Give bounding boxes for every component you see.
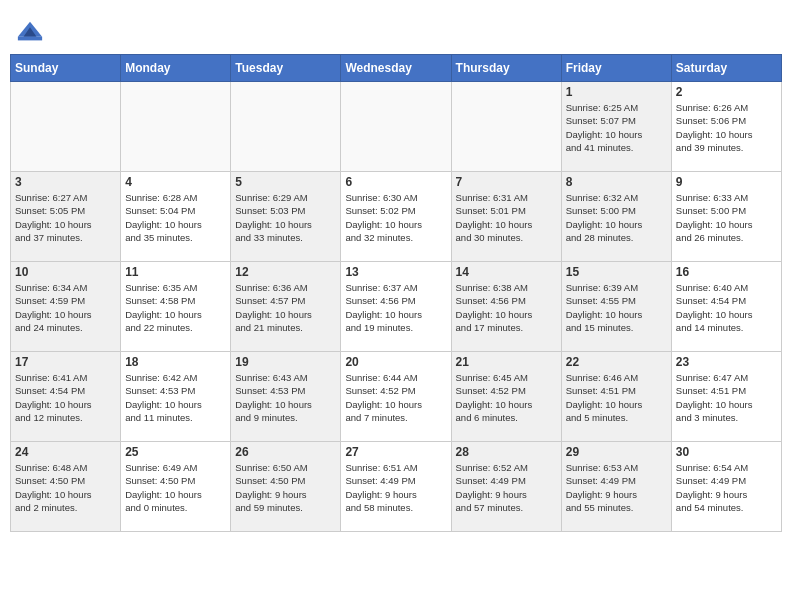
calendar-cell: 27Sunrise: 6:51 AM Sunset: 4:49 PM Dayli… — [341, 442, 451, 532]
day-number: 9 — [676, 175, 777, 189]
day-info: Sunrise: 6:39 AM Sunset: 4:55 PM Dayligh… — [566, 281, 667, 334]
day-number: 13 — [345, 265, 446, 279]
calendar-cell: 12Sunrise: 6:36 AM Sunset: 4:57 PM Dayli… — [231, 262, 341, 352]
day-info: Sunrise: 6:52 AM Sunset: 4:49 PM Dayligh… — [456, 461, 557, 514]
day-number: 18 — [125, 355, 226, 369]
calendar-cell: 25Sunrise: 6:49 AM Sunset: 4:50 PM Dayli… — [121, 442, 231, 532]
day-number: 26 — [235, 445, 336, 459]
calendar-cell — [231, 82, 341, 172]
day-info: Sunrise: 6:27 AM Sunset: 5:05 PM Dayligh… — [15, 191, 116, 244]
day-number: 15 — [566, 265, 667, 279]
day-number: 27 — [345, 445, 446, 459]
header-saturday: Saturday — [671, 55, 781, 82]
day-number: 7 — [456, 175, 557, 189]
calendar-cell: 17Sunrise: 6:41 AM Sunset: 4:54 PM Dayli… — [11, 352, 121, 442]
day-number: 14 — [456, 265, 557, 279]
calendar-cell: 29Sunrise: 6:53 AM Sunset: 4:49 PM Dayli… — [561, 442, 671, 532]
day-number: 19 — [235, 355, 336, 369]
calendar-cell: 22Sunrise: 6:46 AM Sunset: 4:51 PM Dayli… — [561, 352, 671, 442]
day-number: 23 — [676, 355, 777, 369]
day-info: Sunrise: 6:51 AM Sunset: 4:49 PM Dayligh… — [345, 461, 446, 514]
header-friday: Friday — [561, 55, 671, 82]
svg-rect-2 — [18, 37, 42, 41]
day-number: 10 — [15, 265, 116, 279]
calendar-cell: 10Sunrise: 6:34 AM Sunset: 4:59 PM Dayli… — [11, 262, 121, 352]
calendar-cell — [121, 82, 231, 172]
calendar-cell: 6Sunrise: 6:30 AM Sunset: 5:02 PM Daylig… — [341, 172, 451, 262]
day-info: Sunrise: 6:28 AM Sunset: 5:04 PM Dayligh… — [125, 191, 226, 244]
day-number: 28 — [456, 445, 557, 459]
day-number: 16 — [676, 265, 777, 279]
day-info: Sunrise: 6:30 AM Sunset: 5:02 PM Dayligh… — [345, 191, 446, 244]
calendar-cell: 11Sunrise: 6:35 AM Sunset: 4:58 PM Dayli… — [121, 262, 231, 352]
day-info: Sunrise: 6:31 AM Sunset: 5:01 PM Dayligh… — [456, 191, 557, 244]
calendar-cell: 26Sunrise: 6:50 AM Sunset: 4:50 PM Dayli… — [231, 442, 341, 532]
day-info: Sunrise: 6:41 AM Sunset: 4:54 PM Dayligh… — [15, 371, 116, 424]
day-info: Sunrise: 6:50 AM Sunset: 4:50 PM Dayligh… — [235, 461, 336, 514]
day-info: Sunrise: 6:26 AM Sunset: 5:06 PM Dayligh… — [676, 101, 777, 154]
calendar-cell: 4Sunrise: 6:28 AM Sunset: 5:04 PM Daylig… — [121, 172, 231, 262]
day-info: Sunrise: 6:40 AM Sunset: 4:54 PM Dayligh… — [676, 281, 777, 334]
calendar-cell: 8Sunrise: 6:32 AM Sunset: 5:00 PM Daylig… — [561, 172, 671, 262]
week-row-5: 24Sunrise: 6:48 AM Sunset: 4:50 PM Dayli… — [11, 442, 782, 532]
day-info: Sunrise: 6:48 AM Sunset: 4:50 PM Dayligh… — [15, 461, 116, 514]
day-number: 25 — [125, 445, 226, 459]
day-number: 11 — [125, 265, 226, 279]
calendar-cell: 18Sunrise: 6:42 AM Sunset: 4:53 PM Dayli… — [121, 352, 231, 442]
day-info: Sunrise: 6:32 AM Sunset: 5:00 PM Dayligh… — [566, 191, 667, 244]
calendar-cell — [341, 82, 451, 172]
day-info: Sunrise: 6:46 AM Sunset: 4:51 PM Dayligh… — [566, 371, 667, 424]
week-row-2: 3Sunrise: 6:27 AM Sunset: 5:05 PM Daylig… — [11, 172, 782, 262]
day-number: 4 — [125, 175, 226, 189]
day-number: 1 — [566, 85, 667, 99]
header-thursday: Thursday — [451, 55, 561, 82]
header-monday: Monday — [121, 55, 231, 82]
day-number: 2 — [676, 85, 777, 99]
day-number: 6 — [345, 175, 446, 189]
header-sunday: Sunday — [11, 55, 121, 82]
day-info: Sunrise: 6:45 AM Sunset: 4:52 PM Dayligh… — [456, 371, 557, 424]
day-info: Sunrise: 6:44 AM Sunset: 4:52 PM Dayligh… — [345, 371, 446, 424]
page-header — [10, 10, 782, 50]
day-info: Sunrise: 6:42 AM Sunset: 4:53 PM Dayligh… — [125, 371, 226, 424]
day-number: 24 — [15, 445, 116, 459]
calendar-table: SundayMondayTuesdayWednesdayThursdayFrid… — [10, 54, 782, 532]
week-row-1: 1Sunrise: 6:25 AM Sunset: 5:07 PM Daylig… — [11, 82, 782, 172]
calendar-cell: 19Sunrise: 6:43 AM Sunset: 4:53 PM Dayli… — [231, 352, 341, 442]
calendar-cell: 21Sunrise: 6:45 AM Sunset: 4:52 PM Dayli… — [451, 352, 561, 442]
day-number: 30 — [676, 445, 777, 459]
calendar-cell: 30Sunrise: 6:54 AM Sunset: 4:49 PM Dayli… — [671, 442, 781, 532]
calendar-cell: 16Sunrise: 6:40 AM Sunset: 4:54 PM Dayli… — [671, 262, 781, 352]
day-info: Sunrise: 6:25 AM Sunset: 5:07 PM Dayligh… — [566, 101, 667, 154]
header-row: SundayMondayTuesdayWednesdayThursdayFrid… — [11, 55, 782, 82]
day-number: 3 — [15, 175, 116, 189]
day-info: Sunrise: 6:36 AM Sunset: 4:57 PM Dayligh… — [235, 281, 336, 334]
calendar-cell — [451, 82, 561, 172]
week-row-3: 10Sunrise: 6:34 AM Sunset: 4:59 PM Dayli… — [11, 262, 782, 352]
calendar-cell: 7Sunrise: 6:31 AM Sunset: 5:01 PM Daylig… — [451, 172, 561, 262]
calendar-cell: 9Sunrise: 6:33 AM Sunset: 5:00 PM Daylig… — [671, 172, 781, 262]
day-info: Sunrise: 6:34 AM Sunset: 4:59 PM Dayligh… — [15, 281, 116, 334]
day-number: 21 — [456, 355, 557, 369]
calendar-cell: 20Sunrise: 6:44 AM Sunset: 4:52 PM Dayli… — [341, 352, 451, 442]
day-info: Sunrise: 6:53 AM Sunset: 4:49 PM Dayligh… — [566, 461, 667, 514]
logo — [14, 18, 44, 42]
day-info: Sunrise: 6:47 AM Sunset: 4:51 PM Dayligh… — [676, 371, 777, 424]
day-info: Sunrise: 6:38 AM Sunset: 4:56 PM Dayligh… — [456, 281, 557, 334]
day-info: Sunrise: 6:29 AM Sunset: 5:03 PM Dayligh… — [235, 191, 336, 244]
header-tuesday: Tuesday — [231, 55, 341, 82]
header-wednesday: Wednesday — [341, 55, 451, 82]
day-info: Sunrise: 6:35 AM Sunset: 4:58 PM Dayligh… — [125, 281, 226, 334]
calendar-cell: 13Sunrise: 6:37 AM Sunset: 4:56 PM Dayli… — [341, 262, 451, 352]
week-row-4: 17Sunrise: 6:41 AM Sunset: 4:54 PM Dayli… — [11, 352, 782, 442]
calendar-cell — [11, 82, 121, 172]
calendar-cell: 24Sunrise: 6:48 AM Sunset: 4:50 PM Dayli… — [11, 442, 121, 532]
calendar-cell: 15Sunrise: 6:39 AM Sunset: 4:55 PM Dayli… — [561, 262, 671, 352]
day-number: 22 — [566, 355, 667, 369]
day-info: Sunrise: 6:49 AM Sunset: 4:50 PM Dayligh… — [125, 461, 226, 514]
calendar-cell: 1Sunrise: 6:25 AM Sunset: 5:07 PM Daylig… — [561, 82, 671, 172]
calendar-cell: 23Sunrise: 6:47 AM Sunset: 4:51 PM Dayli… — [671, 352, 781, 442]
day-info: Sunrise: 6:54 AM Sunset: 4:49 PM Dayligh… — [676, 461, 777, 514]
calendar-cell: 5Sunrise: 6:29 AM Sunset: 5:03 PM Daylig… — [231, 172, 341, 262]
day-number: 5 — [235, 175, 336, 189]
